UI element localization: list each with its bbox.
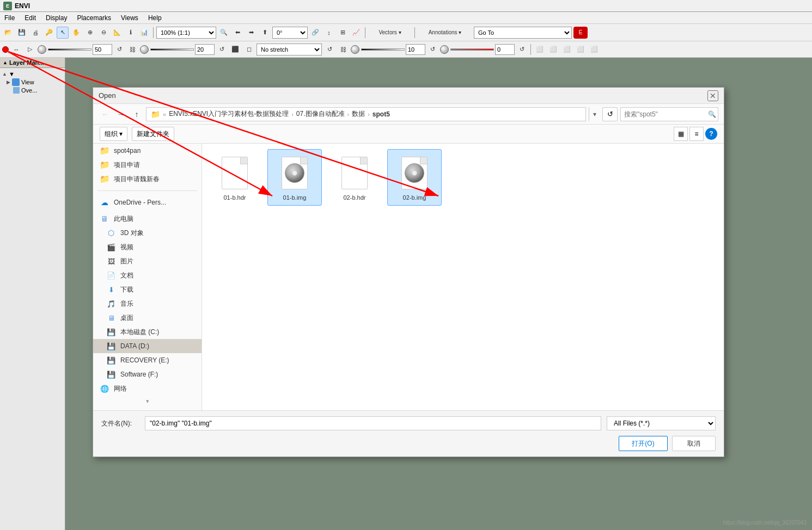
nav-drive-e[interactable]: 💾 RECOVERY (E:) [93, 353, 202, 367]
view-large-btn[interactable]: ▦ [674, 127, 688, 141]
tb2-extra1[interactable]: ⬜ [534, 44, 546, 56]
menu-help[interactable]: Help [146, 13, 164, 23]
vectors-btn[interactable]: Vectors ▾ [368, 27, 412, 39]
breadcrumb-part-1[interactable]: ENVI5.xENVI入门学习素材包-数据预处理 [169, 109, 289, 119]
brightness-input[interactable] [93, 44, 112, 55]
nav-network[interactable]: 🌐 网络 [93, 381, 202, 396]
nav-back-btn[interactable]: ← [99, 108, 112, 121]
nav-images[interactable]: 🖼 图片 [93, 254, 202, 268]
cursor-btn[interactable]: ↕ [323, 27, 335, 39]
sharp-reset[interactable]: ↺ [426, 44, 438, 56]
envi-logo-btn[interactable]: E [573, 27, 588, 39]
stretch-icon2[interactable]: ◻ [243, 44, 255, 56]
info-btn[interactable]: ℹ [125, 27, 137, 39]
file-item-02-img[interactable]: 02-b.img [387, 149, 442, 206]
nav-drive-c[interactable]: 💾 本地磁盘 (C:) [93, 325, 202, 339]
brightness-link[interactable]: ⛓ [126, 44, 138, 56]
nav-music[interactable]: 🎵 音乐 [93, 297, 202, 311]
zoom-back-btn[interactable]: ⬅ [231, 27, 243, 39]
breadcrumb-part-3[interactable]: 数据 [352, 109, 365, 119]
tb2-extra5[interactable]: ⬜ [588, 44, 600, 56]
contrast-input[interactable] [195, 44, 215, 55]
breadcrumb-dropdown[interactable]: ▾ [589, 107, 600, 121]
breadcrumb-part-2[interactable]: 07.图像自动配准 [296, 109, 345, 119]
north-btn[interactable]: ⬆ [259, 27, 271, 39]
search-input[interactable] [624, 110, 706, 118]
organize-btn[interactable]: 组织 ▾ [100, 127, 127, 141]
nav-desktop[interactable]: 🖥 桌面 [93, 311, 202, 325]
stretch-reset[interactable]: ↺ [323, 44, 335, 56]
nav-project-apply[interactable]: 📁 项目申请 [93, 158, 202, 172]
zoom-in-btn[interactable]: ⊕ [84, 27, 96, 39]
nav-3d[interactable]: ⬡ 3D 对象 [93, 226, 202, 240]
nav-fwd-btn[interactable]: → [114, 108, 127, 121]
contrast-reset[interactable]: ↺ [216, 44, 228, 56]
menu-placemarks[interactable]: Placemarks [75, 13, 113, 23]
file-item-01-img[interactable]: 01-b.img [267, 149, 322, 206]
filename-input[interactable] [145, 416, 601, 430]
stretch-dropdown[interactable]: No stretch [257, 44, 322, 56]
tb2-btn1[interactable]: ↔ [10, 44, 22, 56]
measure-btn[interactable]: 📐 [111, 27, 123, 39]
nav-video[interactable]: 🎬 视频 [93, 240, 202, 254]
zoom-dropdown[interactable]: 100% (1:1) [156, 27, 216, 39]
nav-onedrive[interactable]: ☁ OneDrive - Pers... [93, 195, 202, 209]
dialog-ok-btn[interactable]: 打开(O) [619, 436, 668, 451]
nav-drive-d[interactable]: 💾 DATA (D:) [93, 339, 202, 353]
brightness-reset[interactable]: ↺ [113, 44, 125, 56]
angle-dropdown[interactable]: 0° [272, 27, 308, 39]
view-small-btn[interactable]: ≡ [689, 127, 704, 141]
goto-dropdown[interactable]: Go To [474, 27, 572, 39]
tb2-extra4[interactable]: ⬜ [575, 44, 587, 56]
menu-views[interactable]: Views [119, 13, 141, 23]
menu-edit[interactable]: Edit [22, 13, 38, 23]
select-btn[interactable]: ↖ [57, 27, 69, 39]
menu-display[interactable]: Display [44, 13, 69, 23]
annotations-btn[interactable]: Annotations ▾ [418, 27, 472, 39]
refresh-btn[interactable]: ↺ [602, 107, 618, 121]
nav-docs[interactable]: 📄 文档 [93, 268, 202, 282]
sharp-slider[interactable] [361, 48, 405, 51]
dialog-close-btn[interactable]: ✕ [707, 90, 718, 101]
zoom-out-btn[interactable]: ⊖ [97, 27, 109, 39]
profile-btn[interactable]: 📊 [138, 27, 150, 39]
nav-up-btn[interactable]: ↑ [130, 108, 143, 121]
open-folder-btn[interactable]: 📂 [2, 27, 14, 39]
menu-file[interactable]: File [2, 13, 17, 23]
spectral-btn[interactable]: 📈 [350, 27, 362, 39]
print-btn[interactable]: 🖨 [29, 27, 41, 39]
nav-spot4pan[interactable]: 📁 spot4pan [93, 144, 202, 158]
zoom-fwd-btn[interactable]: ➡ [245, 27, 257, 39]
tb2-extra2[interactable]: ⬜ [547, 44, 559, 56]
tree-view-item[interactable]: ▶ View [2, 78, 63, 87]
tb2-extra3[interactable]: ⬜ [561, 44, 573, 56]
nav-project-apply2[interactable]: 📁 项目申请魏新春 [93, 172, 202, 186]
new-folder-btn[interactable]: 新建文件夹 [132, 127, 174, 141]
file-item-02-hdr[interactable]: 02-b.hdr [327, 149, 382, 206]
tree-overview-item[interactable]: Ove... [2, 87, 63, 94]
nav-thispc[interactable]: 🖥 此电脑 [93, 212, 202, 226]
key-btn[interactable]: 🔑 [43, 27, 55, 39]
sat-reset[interactable]: ↺ [516, 44, 528, 56]
save-btn[interactable]: 💾 [16, 27, 28, 39]
expand-icon[interactable]: ▲ [3, 60, 8, 65]
help-icon[interactable]: ? [705, 128, 717, 140]
breadcrumb-part-4[interactable]: spot5 [373, 110, 390, 118]
sat-slider[interactable] [450, 48, 494, 51]
tree-expand-row[interactable]: ▲ ▼ [2, 70, 63, 78]
pan-btn[interactable]: ✋ [70, 27, 82, 39]
zoom-custom-btn[interactable]: 🔍 [218, 27, 230, 39]
link-btn[interactable]: 🔗 [309, 27, 321, 39]
filetype-dropdown[interactable]: All Files (*.*) [607, 416, 716, 430]
fit-btn[interactable]: ⊞ [337, 27, 349, 39]
brightness-slider[interactable] [48, 48, 91, 51]
tb2-btn2[interactable]: ▷ [24, 44, 36, 56]
sat-input[interactable] [495, 44, 515, 55]
file-item-01-hdr[interactable]: 01-b.hdr [207, 149, 262, 206]
sharp-input[interactable] [406, 44, 425, 55]
contrast-slider[interactable] [150, 48, 194, 51]
dialog-cancel-btn[interactable]: 取消 [672, 436, 716, 451]
nav-download[interactable]: ⬇ 下载 [93, 282, 202, 297]
nav-drive-f[interactable]: 💾 Software (F:) [93, 367, 202, 381]
stretch-link[interactable]: ⛓ [337, 44, 349, 56]
